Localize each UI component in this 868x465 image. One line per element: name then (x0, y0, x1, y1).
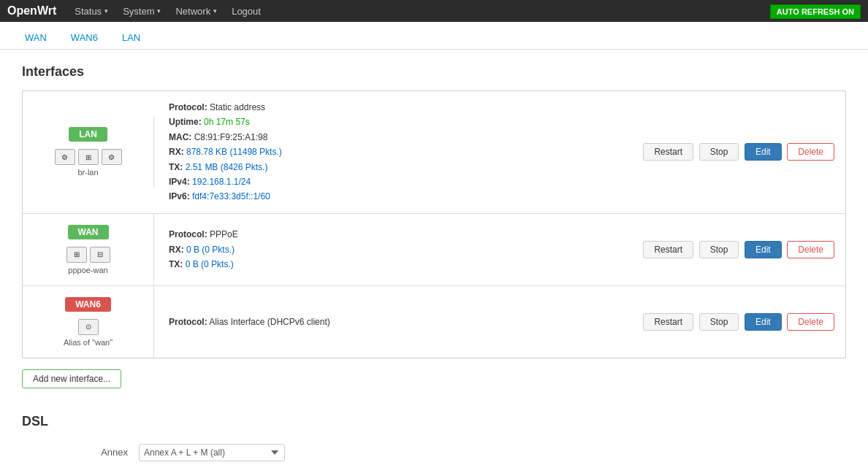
lan-protocol-line: Protocol: Static address (169, 100, 568, 115)
wan-icon-1: ⊞ (66, 247, 87, 263)
lan-icon-3: ⚙ (102, 149, 122, 165)
wan6-badge: WAN6 (65, 297, 111, 312)
wan6-restart-button[interactable]: Restart (643, 313, 693, 331)
wan6-info-cell: Protocol: Alias Interface (DHCPv6 client… (154, 306, 582, 338)
dsl-section-title: DSL (22, 414, 846, 429)
lan-badge: LAN (69, 127, 107, 142)
dsl-annex-row: Annex Annex A + L + M (all) Annex B Anne… (80, 444, 846, 461)
app-brand: OpenWrt (7, 4, 56, 18)
nav-status[interactable]: Status ▾ (67, 0, 115, 22)
wan6-edit-button[interactable]: Edit (745, 313, 782, 331)
wan-stop-button[interactable]: Stop (699, 241, 739, 258)
main-content: Interfaces LAN ⚙ ⊞ ⚙ br-lan Protocol: St… (0, 50, 868, 465)
wan-rx-line: RX: 0 B (0 Pkts.) (169, 242, 568, 257)
chevron-down-icon: ▾ (157, 7, 161, 15)
wan-actions-cell: Restart Stop Edit Delete (582, 232, 845, 267)
nav-system[interactable]: System ▾ (115, 0, 168, 22)
table-row: LAN ⚙ ⊞ ⚙ br-lan Protocol: Static addres… (23, 91, 845, 214)
tab-wan6[interactable]: WAN6 (61, 28, 108, 49)
nav-logout[interactable]: Logout (224, 0, 268, 22)
chevron-down-icon: ▾ (104, 7, 108, 15)
wan6-icon-1: ⊙ (78, 319, 99, 335)
interfaces-wrapper: LAN ⚙ ⊞ ⚙ br-lan Protocol: Static addres… (22, 91, 846, 358)
lan-edit-button[interactable]: Edit (745, 143, 782, 161)
table-row: WAN ⊞ ⊟ pppoe-wan Protocol: PPPoE RX: 0 … (23, 214, 845, 286)
lan-uptime-line: Uptime: 0h 17m 57s (169, 115, 568, 129)
wan6-sub-label: Alias of "wan" (30, 338, 146, 347)
lan-sub-label: br-lan (30, 168, 146, 177)
wan-sub-label: pppoe-wan (30, 266, 146, 274)
wan6-delete-button[interactable]: Delete (787, 313, 834, 331)
wan6-protocol-line: Protocol: Alias Interface (DHCPv6 client… (169, 315, 568, 329)
lan-icon-2: ⊞ (78, 149, 99, 165)
wan-icon-2: ⊟ (90, 247, 110, 263)
dsl-annex-label: Annex (80, 447, 139, 458)
lan-icon-1: ⚙ (55, 149, 75, 165)
dsl-section: DSL Annex Annex A + L + M (all) Annex B … (22, 414, 846, 465)
wan6-icon-cell: WAN6 ⊙ Alias of "wan" (23, 286, 154, 358)
add-interface-button[interactable]: Add new interface... (22, 369, 121, 388)
lan-stop-button[interactable]: Stop (699, 143, 739, 161)
wan-protocol-line: Protocol: PPPoE (169, 227, 568, 242)
wan-delete-button[interactable]: Delete (787, 241, 834, 258)
wan-badge: WAN (68, 225, 109, 239)
navbar: OpenWrt Status ▾ System ▾ Network ▾ Logo… (0, 0, 868, 22)
lan-mac-line: MAC: C8:91:F9:25:A1:98 (169, 130, 568, 145)
wan-icon-cell: WAN ⊞ ⊟ pppoe-wan (23, 214, 154, 285)
dsl-annex-select[interactable]: Annex A + L + M (all) Annex B Annex J An… (139, 444, 285, 461)
lan-tx-line: TX: 2.51 MB (8426 Pkts.) (169, 160, 568, 174)
auto-refresh-badge[interactable]: AUTO REFRESH ON (770, 4, 861, 19)
wan6-actions-cell: Restart Stop Edit Delete (582, 304, 845, 339)
lan-restart-button[interactable]: Restart (643, 143, 693, 161)
tab-wan[interactable]: WAN (15, 28, 57, 49)
wan-info-cell: Protocol: PPPoE RX: 0 B (0 Pkts.) TX: 0 … (154, 218, 582, 280)
chevron-down-icon: ▾ (213, 7, 217, 15)
lan-info-cell: Protocol: Static address Uptime: 0h 17m … (154, 91, 582, 213)
wan6-stop-button[interactable]: Stop (699, 313, 739, 331)
wan-icon-row: ⊞ ⊟ (30, 247, 146, 263)
navbar-right: AUTO REFRESH ON (770, 6, 861, 17)
lan-delete-button[interactable]: Delete (787, 143, 834, 161)
lan-actions-cell: Restart Stop Edit Delete (582, 134, 845, 169)
lan-icon-cell: LAN ⚙ ⊞ ⚙ br-lan (23, 116, 154, 188)
wan-edit-button[interactable]: Edit (745, 241, 782, 258)
wan-restart-button[interactable]: Restart (643, 241, 693, 258)
interfaces-section-title: Interfaces (22, 64, 846, 80)
lan-ipv4-line: IPv4: 192.168.1.1/24 (169, 174, 568, 189)
tab-lan[interactable]: LAN (112, 28, 151, 49)
wan-tx-line: TX: 0 B (0 Pkts.) (169, 257, 568, 272)
table-row: WAN6 ⊙ Alias of "wan" Protocol: Alias In… (23, 286, 845, 358)
tabs-bar: WAN WAN6 LAN (0, 22, 868, 50)
lan-rx-line: RX: 878.78 KB (11498 Pkts.) (169, 145, 568, 159)
nav-network[interactable]: Network ▾ (168, 0, 224, 22)
lan-icon-row: ⚙ ⊞ ⚙ (30, 149, 146, 165)
wan6-icon-row: ⊙ (30, 319, 146, 335)
lan-ipv6-line: IPv6: fdf4:7e33:3d5f::1/60 (169, 189, 568, 204)
